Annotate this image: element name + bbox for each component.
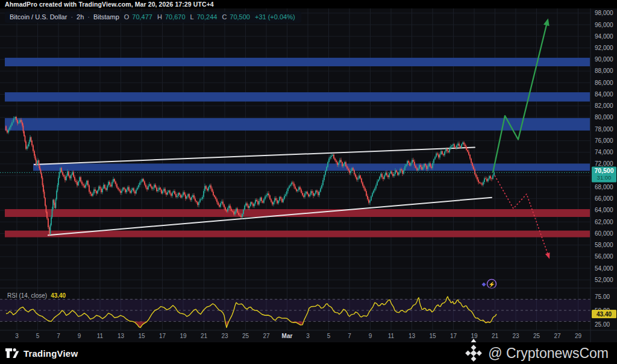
low-value: 70,244	[197, 13, 218, 20]
target-zone	[5, 92, 590, 101]
tradingview-logo[interactable]: TradingView	[5, 347, 78, 359]
candle-body	[315, 190, 316, 193]
candle-body	[386, 172, 387, 175]
candle-body	[144, 181, 145, 185]
tradingview-logo-icon	[5, 347, 19, 359]
candle-body	[475, 174, 477, 177]
time-axis-label: 15	[138, 333, 145, 339]
symbol-info-bar[interactable]: Bitcoin / U.S. Dollar · 2h · Bitstamp O7…	[5, 11, 301, 23]
candle-body	[361, 178, 362, 183]
time-axis-label: 25	[533, 333, 540, 339]
tradingview-logo-text: TradingView	[23, 348, 78, 359]
candle-body	[393, 174, 395, 176]
candle-body	[444, 151, 445, 155]
interval-label[interactable]: 2h	[77, 13, 84, 20]
candle-body	[359, 175, 360, 178]
candle-body	[279, 197, 280, 201]
candle-body	[254, 204, 255, 207]
candle-body	[351, 168, 352, 171]
candle-body	[201, 199, 202, 199]
candle-body	[424, 164, 425, 168]
price-chart-canvas[interactable]: ⚡98,00096,00094,00092,00090,00088,00086,…	[0, 0, 617, 364]
candle-body	[481, 183, 483, 184]
rsi-indicator-label[interactable]: RSI (14, close) 43.40	[7, 292, 66, 299]
candle-body	[103, 185, 104, 189]
candle-body	[86, 181, 87, 185]
candle-body	[333, 155, 334, 158]
price-axis-label: 66,000	[595, 195, 613, 202]
candle-body	[278, 201, 279, 204]
candle-body	[260, 198, 261, 201]
candle-body	[483, 182, 484, 185]
binance-diamond-icon	[465, 344, 483, 362]
candle-body	[401, 169, 402, 171]
candle-body	[412, 160, 413, 163]
candle-body	[328, 158, 330, 162]
candle-body	[302, 193, 303, 195]
price-axis-label: 88,000	[595, 67, 613, 74]
candle-body	[8, 130, 9, 133]
watermark-handle: @ CryptonewsCom	[488, 345, 609, 362]
candle-body	[138, 185, 139, 187]
last-price-badge-value: 70,500	[594, 167, 613, 174]
candle-body	[189, 194, 190, 198]
candle-body	[268, 193, 269, 195]
time-axis-label: 13	[409, 333, 416, 339]
candle-body	[363, 186, 365, 188]
candle-body	[48, 218, 49, 227]
open-label: O	[124, 13, 130, 20]
separator-dot: ·	[87, 13, 90, 20]
candle-body	[261, 198, 262, 201]
candle-body	[434, 157, 436, 159]
lightning-glyph: ⚡	[488, 281, 495, 288]
candle-body	[368, 199, 369, 203]
candle-body	[298, 187, 299, 190]
time-axis-label: 9	[78, 333, 81, 339]
candle-body	[192, 195, 193, 197]
candle-body	[303, 195, 304, 197]
candle-body	[9, 127, 10, 130]
candle-body	[354, 170, 355, 174]
candle-body	[251, 202, 252, 204]
candle-body	[244, 206, 245, 210]
candle-body	[360, 175, 361, 178]
candle-body	[357, 178, 359, 180]
symbol-name[interactable]: Bitcoin / U.S. Dollar	[10, 13, 67, 20]
candle-body	[66, 176, 67, 180]
time-axis-label: 3	[15, 333, 19, 339]
candle-body	[99, 186, 101, 188]
candle-body	[13, 119, 14, 122]
candle-body	[132, 188, 133, 190]
candle-body	[446, 149, 448, 151]
candle-body	[177, 196, 178, 197]
candle-body	[462, 142, 463, 144]
candle-body	[365, 188, 366, 191]
candle-body	[18, 122, 19, 123]
candle-body	[479, 182, 480, 183]
price-axis-label: 54,000	[595, 265, 613, 272]
candle-body	[179, 193, 180, 195]
candle-body	[356, 177, 357, 180]
candle-body	[233, 212, 234, 214]
high-label: H	[157, 13, 162, 20]
candle-body	[409, 163, 410, 166]
candle-body	[277, 200, 278, 203]
candle-body	[404, 166, 406, 170]
candle-body	[204, 186, 205, 191]
candle-body	[485, 178, 486, 179]
candle-body	[451, 145, 453, 146]
candle-body	[374, 189, 375, 191]
candle-body	[84, 186, 85, 188]
candle-body	[58, 178, 59, 185]
candle-body	[121, 190, 122, 193]
candle-body	[280, 197, 281, 199]
time-axis-label: 7	[348, 333, 351, 339]
candle-body	[33, 145, 34, 151]
candle-body	[224, 204, 225, 207]
candle-body	[11, 122, 13, 125]
candle-body	[56, 190, 57, 199]
candle-body	[252, 204, 254, 206]
price-axis-label: 58,000	[595, 242, 613, 248]
candle-body	[152, 187, 154, 189]
candle-body	[455, 147, 456, 148]
